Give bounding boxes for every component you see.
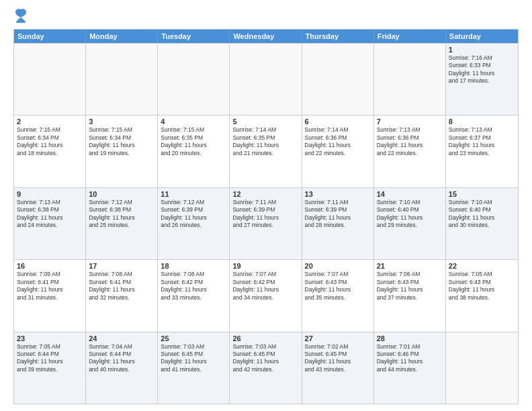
cell-line: Sunset: 6:39 PM: [232, 206, 298, 214]
cal-cell-r0-c2: [158, 44, 230, 115]
cell-line: Sunset: 6:34 PM: [89, 134, 154, 142]
cell-line: Daylight: 11 hours: [17, 142, 83, 149]
cell-line: Sunset: 6:43 PM: [449, 279, 515, 286]
cell-line: Daylight: 11 hours: [89, 214, 154, 222]
cell-line: Sunrise: 7:07 AM: [305, 271, 371, 278]
cell-line: and 17 minutes.: [449, 77, 515, 85]
cell-line: Sunset: 6:42 PM: [161, 279, 226, 286]
cell-line: Daylight: 11 hours: [449, 70, 515, 77]
cell-line: and 35 minutes.: [305, 294, 371, 302]
cell-line: Daylight: 11 hours: [89, 358, 154, 365]
cal-cell-r4-c4: 27Sunrise: 7:02 AMSunset: 6:45 PMDayligh…: [302, 332, 374, 404]
cell-line: Daylight: 11 hours: [449, 142, 515, 149]
cell-line: and 20 minutes.: [161, 150, 226, 157]
day-number: 16: [17, 262, 83, 270]
day-number: 7: [377, 118, 443, 126]
cell-line: Sunset: 6:34 PM: [17, 134, 83, 142]
cell-line: Sunrise: 7:14 AM: [305, 126, 371, 134]
cell-line: Sunset: 6:42 PM: [232, 279, 298, 286]
cal-cell-r1-c3: 5Sunrise: 7:14 AMSunset: 6:35 PMDaylight…: [230, 116, 302, 187]
cell-line: Daylight: 11 hours: [377, 214, 443, 222]
cell-line: Daylight: 11 hours: [449, 214, 515, 222]
cell-line: Sunset: 6:41 PM: [17, 279, 83, 286]
page: SundayMondayTuesdayWednesdayThursdayFrid…: [0, 0, 532, 411]
cell-line: Sunrise: 7:10 AM: [377, 199, 443, 206]
cell-line: and 43 minutes.: [305, 366, 371, 373]
calendar-row-3: 16Sunrise: 7:09 AMSunset: 6:41 PMDayligh…: [14, 259, 518, 331]
cell-line: Sunset: 6:40 PM: [377, 206, 443, 214]
cell-line: Sunset: 6:36 PM: [377, 134, 443, 142]
cal-cell-r0-c4: [302, 44, 374, 115]
day-number: 14: [377, 190, 443, 198]
calendar-row-1: 2Sunrise: 7:15 AMSunset: 6:34 PMDaylight…: [14, 115, 518, 187]
cell-line: and 31 minutes.: [17, 294, 83, 302]
cell-line: and 39 minutes.: [17, 366, 83, 373]
day-number: 11: [161, 190, 226, 198]
cell-line: Daylight: 11 hours: [377, 142, 443, 149]
cal-cell-r2-c3: 12Sunrise: 7:11 AMSunset: 6:39 PMDayligh…: [230, 188, 302, 259]
cell-line: Sunrise: 7:08 AM: [89, 271, 154, 278]
cal-cell-r3-c4: 20Sunrise: 7:07 AMSunset: 6:43 PMDayligh…: [302, 260, 374, 331]
cell-line: Daylight: 11 hours: [232, 142, 298, 149]
cell-line: and 27 minutes.: [232, 222, 298, 229]
day-number: 10: [89, 190, 154, 198]
cell-line: and 22 minutes.: [377, 150, 443, 157]
cal-cell-r3-c0: 16Sunrise: 7:09 AMSunset: 6:41 PMDayligh…: [14, 260, 86, 331]
cell-line: Sunrise: 7:15 AM: [89, 126, 154, 134]
cell-line: Sunrise: 7:05 AM: [17, 343, 83, 351]
cell-line: and 21 minutes.: [232, 150, 298, 157]
day-number: 6: [305, 118, 371, 126]
cell-line: Sunset: 6:41 PM: [89, 279, 154, 286]
cal-cell-r2-c0: 9Sunrise: 7:13 AMSunset: 6:38 PMDaylight…: [14, 188, 86, 259]
day-number: 3: [89, 118, 154, 126]
cell-line: Daylight: 11 hours: [89, 286, 154, 293]
cal-cell-r3-c1: 17Sunrise: 7:08 AMSunset: 6:41 PMDayligh…: [86, 260, 158, 331]
cell-line: and 34 minutes.: [232, 294, 298, 302]
cell-line: Daylight: 11 hours: [161, 142, 226, 149]
cell-line: and 22 minutes.: [305, 150, 371, 157]
header: [13, 11, 519, 24]
day-number: 5: [232, 118, 298, 126]
cal-cell-r1-c2: 4Sunrise: 7:15 AMSunset: 6:35 PMDaylight…: [158, 116, 230, 187]
cal-cell-r1-c5: 7Sunrise: 7:13 AMSunset: 6:36 PMDaylight…: [374, 116, 446, 187]
cell-line: Sunrise: 7:15 AM: [161, 126, 226, 134]
cell-line: Sunset: 6:36 PM: [305, 134, 371, 142]
cell-line: Sunset: 6:43 PM: [305, 279, 371, 286]
cal-cell-r4-c5: 28Sunrise: 7:01 AMSunset: 6:46 PMDayligh…: [374, 332, 446, 404]
header-tuesday: Tuesday: [158, 30, 230, 43]
cell-line: Sunrise: 7:11 AM: [232, 199, 298, 206]
cell-line: Sunrise: 7:01 AM: [377, 343, 443, 351]
cell-line: Sunrise: 7:11 AM: [305, 199, 371, 206]
cal-cell-r2-c4: 13Sunrise: 7:11 AMSunset: 6:39 PMDayligh…: [302, 188, 374, 259]
cell-line: Sunrise: 7:09 AM: [17, 271, 83, 278]
cell-line: Sunset: 6:40 PM: [449, 206, 515, 214]
day-number: 15: [449, 190, 515, 198]
cell-line: and 23 minutes.: [449, 150, 515, 157]
calendar-row-4: 23Sunrise: 7:05 AMSunset: 6:44 PMDayligh…: [14, 332, 518, 404]
cell-line: and 40 minutes.: [89, 366, 154, 373]
calendar-row-2: 9Sunrise: 7:13 AMSunset: 6:38 PMDaylight…: [14, 187, 518, 259]
cell-line: Daylight: 11 hours: [305, 214, 371, 222]
cell-line: Sunset: 6:38 PM: [89, 206, 154, 214]
cell-line: and 44 minutes.: [377, 366, 443, 373]
day-number: 19: [232, 262, 298, 270]
day-number: 26: [232, 334, 298, 342]
logo: [13, 11, 27, 24]
cell-line: Daylight: 11 hours: [161, 214, 226, 222]
cell-line: Daylight: 11 hours: [17, 286, 83, 293]
cal-cell-r2-c1: 10Sunrise: 7:12 AMSunset: 6:38 PMDayligh…: [86, 188, 158, 259]
cell-line: Daylight: 11 hours: [232, 286, 298, 293]
cell-line: Daylight: 11 hours: [232, 214, 298, 222]
cell-line: Sunrise: 7:03 AM: [232, 343, 298, 351]
cell-line: Sunrise: 7:06 AM: [377, 271, 443, 278]
cell-line: Daylight: 11 hours: [232, 358, 298, 365]
calendar-body: 1Sunrise: 7:16 AMSunset: 6:33 PMDaylight…: [14, 43, 518, 404]
cell-line: Sunset: 6:46 PM: [377, 351, 443, 358]
cal-cell-r1-c0: 2Sunrise: 7:15 AMSunset: 6:34 PMDaylight…: [14, 116, 86, 187]
cell-line: and 18 minutes.: [17, 150, 83, 157]
cal-cell-r0-c0: [14, 44, 86, 115]
cal-cell-r0-c1: [86, 44, 158, 115]
header-monday: Monday: [86, 30, 158, 43]
cell-line: Daylight: 11 hours: [377, 286, 443, 293]
cell-line: Sunset: 6:39 PM: [305, 206, 371, 214]
